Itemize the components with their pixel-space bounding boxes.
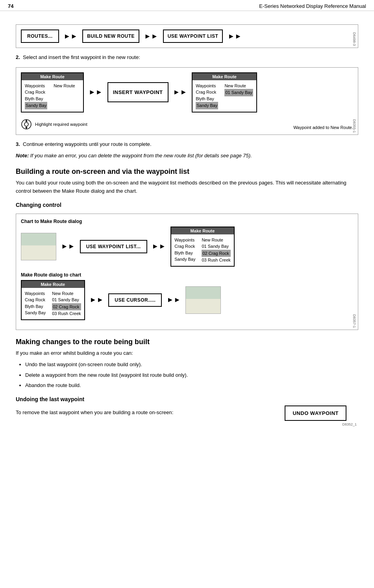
new-route-label-dtc: New Route — [52, 290, 81, 297]
section-building-para1: You can build your route using both the … — [16, 179, 358, 195]
new-route-item-01-right: 01 Sandy Bay — [224, 89, 253, 96]
routes-flow-row: ROUTES... ►► BUILD NEW ROUTE ►► USE WAYP… — [21, 29, 353, 43]
wp-blythbay-dtc: Blyth Bay — [25, 303, 46, 310]
note-label: Note: — [16, 153, 29, 159]
make-route-panel-ctd: Make Route Waypoints Crag Rock Blyth Bay… — [170, 227, 235, 267]
use-waypoint-list-button[interactable]: USE WAYPOINT LIST — [163, 29, 223, 43]
build-new-route-button[interactable]: BUILD NEW ROUTE — [82, 29, 139, 43]
wp-blythbay-ctd: Blyth Bay — [174, 250, 195, 256]
waypoint-cragrock-right: Crag Rock — [196, 89, 218, 96]
waypoints-col-right: Waypoints Crag Rock Blyth Bay Sandy Bay — [193, 80, 221, 112]
new-route-col-left: New Route — [50, 80, 78, 112]
chart-to-dialog-section: Chart to Make Route dialog ►► USE WAYPOI… — [21, 219, 353, 267]
waypoints-label-dtc: Waypoints — [25, 290, 46, 297]
subsection-changing-heading: Changing control — [16, 202, 358, 208]
new-route-label-ctd: New Route — [202, 237, 230, 243]
arrow-dtc-2: ►► — [167, 296, 181, 304]
make-route-header-left: Make Route — [22, 73, 83, 80]
page-number: 74 — [8, 3, 13, 9]
diagram2-id: D8355-1 — [352, 119, 356, 133]
new-route-col-ctd: New Route 01 Sandy Bay 02 Crag Rock 03 R… — [198, 234, 233, 266]
highlight-note: Highlight required waypoint — [21, 119, 87, 130]
waypoints-col-dtc: Waypoints Crag Rock Blyth Bay Sandy Bay — [22, 288, 49, 319]
arrow-ctd-2: ►► — [152, 242, 166, 251]
nr-item-01-ctd: 01 Sandy Bay — [202, 243, 230, 250]
waypoint-cragrock-left: Crag Rock — [25, 89, 47, 96]
waypoint-sandybay-right: Sandy Bay — [196, 102, 218, 109]
diagram-changing-id: D8357-1 — [352, 314, 356, 328]
wp-sandybay-dtc: Sandy Bay — [25, 310, 46, 316]
arrow-3: ►► — [228, 32, 242, 41]
note-paragraph: Note: If you make an error, you can dele… — [16, 152, 358, 160]
waypoints-label-ctd: Waypoints — [174, 237, 195, 243]
insert-waypoint-flow: Make Route Waypoints Crag Rock Blyth Bay… — [21, 72, 353, 112]
waypoint-added-text: Waypoint added to New Route. — [293, 125, 353, 130]
section-building-heading: Building a route on-screen and via the w… — [16, 168, 358, 176]
new-route-label-left: New Route — [54, 83, 75, 89]
make-route-body-dtc: Waypoints Crag Rock Blyth Bay Sandy Bay … — [22, 288, 84, 319]
make-route-body-ctd: Waypoints Crag Rock Blyth Bay Sandy Bay … — [171, 234, 234, 266]
waypoints-label-left: Waypoints — [25, 83, 47, 89]
arrow-1: ►► — [64, 32, 78, 41]
diagram-undoing-id: D8352_1 — [342, 422, 357, 426]
nr-item-03-dtc: 03 Rush Creek — [52, 310, 81, 317]
joystick-icon — [21, 119, 32, 130]
insert-waypoint-button[interactable]: INSERT WAYPOINT — [107, 82, 168, 102]
nr-item-03-ctd: 03 Rush Creek — [202, 257, 230, 264]
waypoints-col-ctd: Waypoints Crag Rock Blyth Bay Sandy Bay — [171, 234, 198, 266]
make-route-header-right: Make Route — [193, 73, 256, 80]
page-title: E-Series Networked Display Reference Man… — [259, 3, 366, 9]
chart-thumbnail-right — [185, 286, 221, 314]
wp-cragrock-ctd: Crag Rock — [174, 243, 195, 250]
chart-thumbnail-left — [21, 233, 56, 260]
step2-text: 2. Select and insert the first waypoint … — [16, 53, 358, 62]
arrow-ctd-1: ►► — [61, 242, 75, 251]
new-route-col-right: New Route 01 Sandy Bay — [221, 80, 256, 112]
wp-sandybay-ctd: Sandy Bay — [174, 256, 195, 263]
waypoints-label-right: Waypoints — [196, 83, 218, 89]
nr-item-02-dtc: 02 Crag Rock — [52, 303, 81, 311]
waypoint-blythbay-right: Blyth Bay — [196, 96, 218, 102]
diagram1-id: D6498-3 — [352, 32, 356, 46]
note-text: If you make an error, you can delete the… — [30, 153, 252, 159]
bullet-1: Undo the last waypoint (on-screen route … — [25, 361, 358, 369]
bullet-3: Abandon the route build. — [25, 382, 358, 390]
chart-thumb-land-right — [186, 299, 220, 313]
use-waypoint-list-btn[interactable]: USE WAYPOINT LIST... — [80, 240, 147, 253]
make-route-header-ctd: Make Route — [171, 227, 234, 234]
waypoints-col-left: Waypoints Crag Rock Blyth Bay Sandy Bay — [22, 80, 50, 112]
arrow-dtc-1: ►► — [90, 296, 104, 304]
undo-waypoint-button[interactable]: UNDO WAYPOINT — [285, 406, 346, 421]
arrow-2: ►► — [144, 32, 158, 41]
bullet-2: Delete a waypoint from the new route lis… — [25, 371, 358, 380]
make-route-panel-dtc: Make Route Waypoints Crag Rock Blyth Bay… — [21, 280, 85, 320]
new-route-col-dtc: New Route 01 Sandy Bay 02 Crag Rock 03 R… — [49, 288, 84, 319]
page-header: 74 E-Series Networked Display Reference … — [0, 0, 374, 11]
waypoint-blythbay-left: Blyth Bay — [25, 96, 47, 102]
make-route-header-dtc: Make Route — [22, 281, 84, 288]
chart-thumb-land — [21, 245, 56, 260]
section-making-changes-para1: If you make an error whilst building a r… — [16, 349, 358, 358]
nr-item-01-dtc: 01 Sandy Bay — [52, 297, 81, 303]
make-route-body-right: Waypoints Crag Rock Blyth Bay Sandy Bay … — [193, 80, 256, 112]
new-route-label-right: New Route — [224, 83, 253, 89]
diagram-insert-waypoint: Make Route Waypoints Crag Rock Blyth Bay… — [16, 67, 358, 135]
diagram-changing-control: Chart to Make Route dialog ►► USE WAYPOI… — [16, 214, 358, 330]
dialog-to-chart-section: Make Route dialog to chart Make Route Wa… — [21, 272, 353, 320]
routes-button[interactable]: ROUTES... — [21, 29, 59, 43]
section-undoing-para1: To remove the last waypoint when you are… — [16, 409, 173, 417]
svg-point-1 — [24, 122, 28, 126]
highlight-note-text: Highlight required waypoint — [35, 122, 87, 127]
chart-to-dialog-label: Chart to Make Route dialog — [21, 219, 353, 224]
arrow-insert-2: ►► — [173, 88, 187, 96]
section-making-changes-heading: Making changes to the route being built — [16, 338, 358, 346]
step3-text: 3. Continue entering waypoints until you… — [16, 140, 358, 149]
main-content: ROUTES... ►► BUILD NEW ROUTE ►► USE WAYP… — [0, 11, 374, 434]
chart-to-dialog-flow: ►► USE WAYPOINT LIST... ►► Make Route Wa… — [21, 227, 353, 267]
diagram-routes-flow: ROUTES... ►► BUILD NEW ROUTE ►► USE WAYP… — [16, 24, 358, 48]
nr-item-02-ctd: 02 Crag Rock — [202, 250, 230, 257]
make-route-panel-left: Make Route Waypoints Crag Rock Blyth Bay… — [21, 72, 84, 112]
use-cursor-button[interactable]: USE CURSOR..... — [108, 293, 162, 307]
making-changes-list: Undo the last waypoint (on-screen route … — [25, 361, 358, 390]
make-route-body-left: Waypoints Crag Rock Blyth Bay Sandy Bay … — [22, 80, 83, 112]
